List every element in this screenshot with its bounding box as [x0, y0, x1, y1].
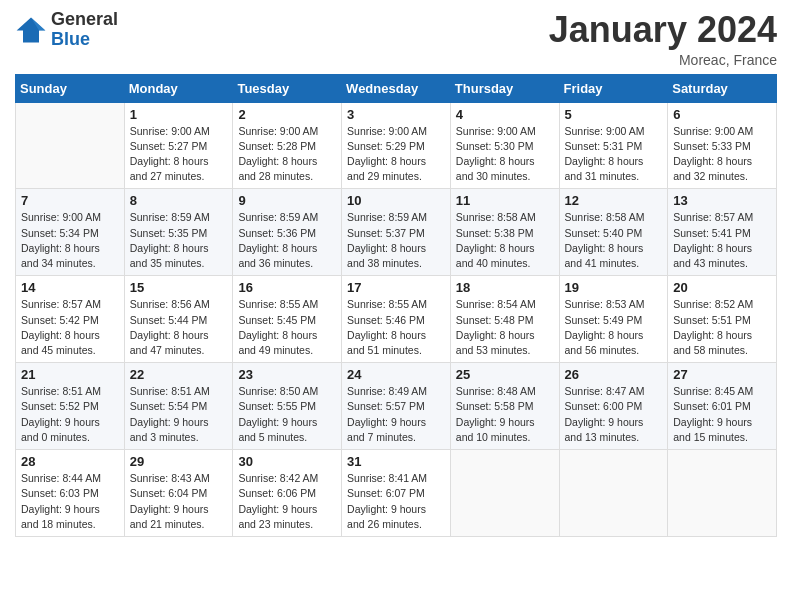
table-row: 17Sunrise: 8:55 AM Sunset: 5:46 PM Dayli… — [342, 276, 451, 363]
day-number: 14 — [21, 280, 119, 295]
table-row: 29Sunrise: 8:43 AM Sunset: 6:04 PM Dayli… — [124, 450, 233, 537]
calendar-week-row: 7Sunrise: 9:00 AM Sunset: 5:34 PM Daylig… — [16, 189, 777, 276]
col-saturday: Saturday — [668, 74, 777, 102]
daylight-text: Daylight: 8 hours and 40 minutes. — [456, 242, 535, 269]
table-row — [450, 450, 559, 537]
day-number: 22 — [130, 367, 228, 382]
daylight-text: Daylight: 8 hours and 29 minutes. — [347, 155, 426, 182]
calendar-week-row: 21Sunrise: 8:51 AM Sunset: 5:52 PM Dayli… — [16, 363, 777, 450]
day-info: Sunrise: 8:58 AM Sunset: 5:40 PM Dayligh… — [565, 210, 663, 271]
sunrise-text: Sunrise: 8:45 AM — [673, 385, 753, 397]
sunrise-text: Sunrise: 8:59 AM — [238, 211, 318, 223]
sunset-text: Sunset: 5:29 PM — [347, 140, 425, 152]
daylight-text: Daylight: 8 hours and 35 minutes. — [130, 242, 209, 269]
day-number: 26 — [565, 367, 663, 382]
sunset-text: Sunset: 5:58 PM — [456, 400, 534, 412]
sunset-text: Sunset: 5:28 PM — [238, 140, 316, 152]
day-number: 9 — [238, 193, 336, 208]
table-row: 30Sunrise: 8:42 AM Sunset: 6:06 PM Dayli… — [233, 450, 342, 537]
day-info: Sunrise: 8:48 AM Sunset: 5:58 PM Dayligh… — [456, 384, 554, 445]
day-number: 8 — [130, 193, 228, 208]
header: General Blue January 2024 Moreac, France — [15, 10, 777, 68]
day-info: Sunrise: 9:00 AM Sunset: 5:30 PM Dayligh… — [456, 124, 554, 185]
day-info: Sunrise: 8:57 AM Sunset: 5:41 PM Dayligh… — [673, 210, 771, 271]
sunrise-text: Sunrise: 9:00 AM — [238, 125, 318, 137]
day-info: Sunrise: 8:58 AM Sunset: 5:38 PM Dayligh… — [456, 210, 554, 271]
table-row: 14Sunrise: 8:57 AM Sunset: 5:42 PM Dayli… — [16, 276, 125, 363]
calendar: Sunday Monday Tuesday Wednesday Thursday… — [15, 74, 777, 537]
calendar-week-row: 28Sunrise: 8:44 AM Sunset: 6:03 PM Dayli… — [16, 450, 777, 537]
sunset-text: Sunset: 5:35 PM — [130, 227, 208, 239]
day-info: Sunrise: 9:00 AM Sunset: 5:27 PM Dayligh… — [130, 124, 228, 185]
day-number: 2 — [238, 107, 336, 122]
sunset-text: Sunset: 5:49 PM — [565, 314, 643, 326]
sunrise-text: Sunrise: 8:57 AM — [673, 211, 753, 223]
sunrise-text: Sunrise: 9:00 AM — [130, 125, 210, 137]
sunrise-text: Sunrise: 8:50 AM — [238, 385, 318, 397]
day-number: 10 — [347, 193, 445, 208]
day-info: Sunrise: 9:00 AM Sunset: 5:34 PM Dayligh… — [21, 210, 119, 271]
day-info: Sunrise: 8:56 AM Sunset: 5:44 PM Dayligh… — [130, 297, 228, 358]
table-row: 15Sunrise: 8:56 AM Sunset: 5:44 PM Dayli… — [124, 276, 233, 363]
sunrise-text: Sunrise: 8:41 AM — [347, 472, 427, 484]
sunrise-text: Sunrise: 8:47 AM — [565, 385, 645, 397]
sunrise-text: Sunrise: 8:48 AM — [456, 385, 536, 397]
table-row: 27Sunrise: 8:45 AM Sunset: 6:01 PM Dayli… — [668, 363, 777, 450]
day-number: 20 — [673, 280, 771, 295]
table-row: 12Sunrise: 8:58 AM Sunset: 5:40 PM Dayli… — [559, 189, 668, 276]
table-row: 13Sunrise: 8:57 AM Sunset: 5:41 PM Dayli… — [668, 189, 777, 276]
day-info: Sunrise: 9:00 AM Sunset: 5:33 PM Dayligh… — [673, 124, 771, 185]
col-wednesday: Wednesday — [342, 74, 451, 102]
day-number: 24 — [347, 367, 445, 382]
sunset-text: Sunset: 5:31 PM — [565, 140, 643, 152]
sunrise-text: Sunrise: 8:52 AM — [673, 298, 753, 310]
daylight-text: Daylight: 8 hours and 27 minutes. — [130, 155, 209, 182]
table-row: 9Sunrise: 8:59 AM Sunset: 5:36 PM Daylig… — [233, 189, 342, 276]
sunset-text: Sunset: 5:27 PM — [130, 140, 208, 152]
day-number: 12 — [565, 193, 663, 208]
sunset-text: Sunset: 5:34 PM — [21, 227, 99, 239]
sunrise-text: Sunrise: 8:55 AM — [238, 298, 318, 310]
table-row: 11Sunrise: 8:58 AM Sunset: 5:38 PM Dayli… — [450, 189, 559, 276]
logo-general: General — [51, 10, 118, 30]
sunset-text: Sunset: 6:03 PM — [21, 487, 99, 499]
daylight-text: Daylight: 8 hours and 45 minutes. — [21, 329, 100, 356]
daylight-text: Daylight: 9 hours and 7 minutes. — [347, 416, 426, 443]
sunset-text: Sunset: 6:00 PM — [565, 400, 643, 412]
sunset-text: Sunset: 6:01 PM — [673, 400, 751, 412]
table-row: 4Sunrise: 9:00 AM Sunset: 5:30 PM Daylig… — [450, 102, 559, 189]
sunset-text: Sunset: 6:04 PM — [130, 487, 208, 499]
sunrise-text: Sunrise: 9:00 AM — [673, 125, 753, 137]
day-number: 5 — [565, 107, 663, 122]
day-info: Sunrise: 8:54 AM Sunset: 5:48 PM Dayligh… — [456, 297, 554, 358]
day-number: 31 — [347, 454, 445, 469]
table-row: 23Sunrise: 8:50 AM Sunset: 5:55 PM Dayli… — [233, 363, 342, 450]
table-row: 19Sunrise: 8:53 AM Sunset: 5:49 PM Dayli… — [559, 276, 668, 363]
daylight-text: Daylight: 9 hours and 23 minutes. — [238, 503, 317, 530]
table-row: 24Sunrise: 8:49 AM Sunset: 5:57 PM Dayli… — [342, 363, 451, 450]
day-info: Sunrise: 8:59 AM Sunset: 5:36 PM Dayligh… — [238, 210, 336, 271]
sunset-text: Sunset: 5:41 PM — [673, 227, 751, 239]
col-thursday: Thursday — [450, 74, 559, 102]
day-number: 29 — [130, 454, 228, 469]
sunrise-text: Sunrise: 8:42 AM — [238, 472, 318, 484]
daylight-text: Daylight: 9 hours and 15 minutes. — [673, 416, 752, 443]
location: Moreac, France — [549, 52, 777, 68]
daylight-text: Daylight: 9 hours and 3 minutes. — [130, 416, 209, 443]
logo-blue: Blue — [51, 30, 118, 50]
day-number: 11 — [456, 193, 554, 208]
table-row: 22Sunrise: 8:51 AM Sunset: 5:54 PM Dayli… — [124, 363, 233, 450]
table-row: 26Sunrise: 8:47 AM Sunset: 6:00 PM Dayli… — [559, 363, 668, 450]
sunrise-text: Sunrise: 8:54 AM — [456, 298, 536, 310]
day-number: 4 — [456, 107, 554, 122]
sunrise-text: Sunrise: 9:00 AM — [21, 211, 101, 223]
daylight-text: Daylight: 8 hours and 49 minutes. — [238, 329, 317, 356]
day-info: Sunrise: 9:00 AM Sunset: 5:29 PM Dayligh… — [347, 124, 445, 185]
daylight-text: Daylight: 8 hours and 34 minutes. — [21, 242, 100, 269]
daylight-text: Daylight: 9 hours and 21 minutes. — [130, 503, 209, 530]
daylight-text: Daylight: 8 hours and 36 minutes. — [238, 242, 317, 269]
sunset-text: Sunset: 5:48 PM — [456, 314, 534, 326]
daylight-text: Daylight: 9 hours and 13 minutes. — [565, 416, 644, 443]
day-number: 6 — [673, 107, 771, 122]
sunrise-text: Sunrise: 8:44 AM — [21, 472, 101, 484]
